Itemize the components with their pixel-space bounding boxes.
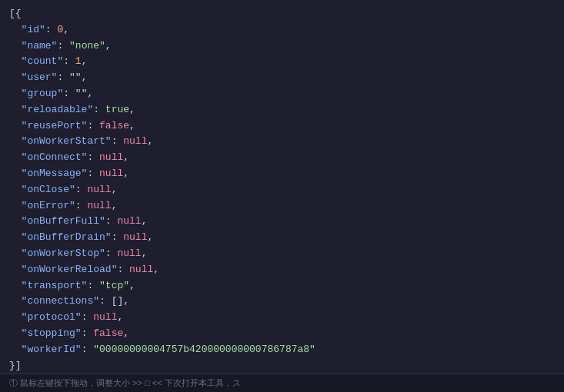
line-6: "group": "",	[9, 86, 555, 102]
line-1: [{	[9, 6, 555, 22]
line-11: "onMessage": null,	[9, 166, 555, 182]
line-5: "user": "",	[9, 70, 555, 86]
line-2: "id": 0,	[9, 22, 555, 38]
line-8: "reusePort": false,	[9, 118, 555, 135]
status-bar: ① 鼠标左键按下拖动，调整大小 >> □ << 下次打开本工具，ス	[0, 374, 564, 392]
line-15: "onBufferDrain": null,	[9, 230, 555, 246]
line-12: "onClose": null,	[9, 182, 555, 198]
status-hint: ① 鼠标左键按下拖动，调整大小 >> □ << 下次打开本工具，ス	[9, 377, 241, 389]
line-16: "onWorkerStop": null,	[9, 246, 555, 262]
line-10: "onConnect": null,	[9, 150, 555, 166]
line-18: "transport": "tcp",	[9, 278, 555, 294]
line-23: }]	[9, 358, 555, 374]
line-22: "workerId": "00000000004757b420000000000…	[9, 342, 555, 358]
line-7: "reloadable": true,	[9, 102, 555, 118]
line-14: "onBufferFull": null,	[9, 214, 555, 230]
line-17: "onWorkerReload": null,	[9, 262, 555, 278]
code-display: [{ "id": 0, "name": "none", "count": 1, …	[0, 0, 564, 374]
line-3: "name": "none",	[9, 38, 555, 55]
line-4: "count": 1,	[9, 54, 555, 70]
line-20: "protocol": null,	[9, 310, 555, 326]
line-13: "onError": null,	[9, 198, 555, 214]
line-21: "stopping": false,	[9, 326, 555, 342]
line-9: "onWorkerStart": null,	[9, 134, 555, 150]
line-19: "connections": [],	[9, 294, 555, 310]
